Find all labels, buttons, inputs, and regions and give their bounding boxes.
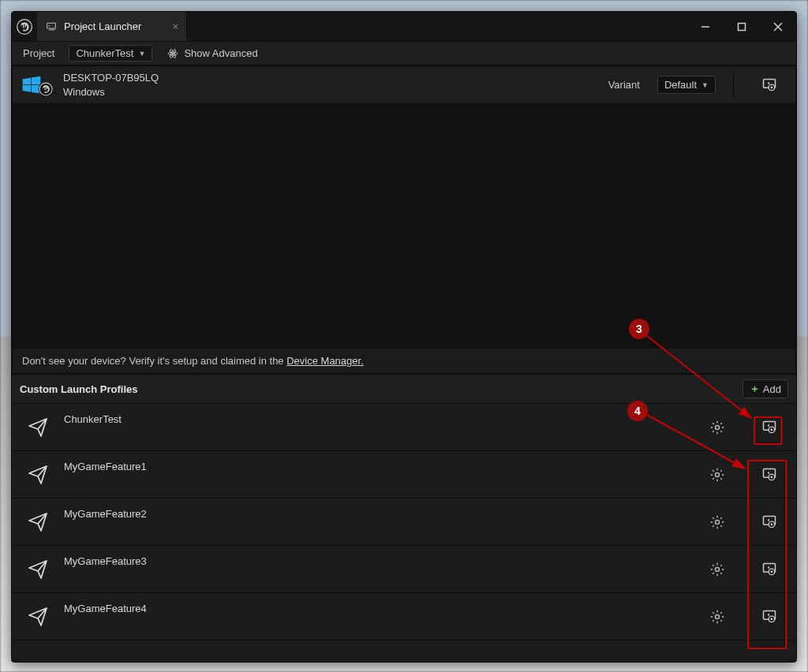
profile-row[interactable]: MyGameFeature4 <box>12 593 796 640</box>
paper-plane-icon <box>26 607 50 627</box>
profile-row[interactable]: ChunkerTest <box>12 404 796 451</box>
unreal-logo-icon <box>12 12 37 41</box>
profile-settings-button[interactable] <box>698 420 736 435</box>
profile-name: MyGameFeature1 <box>64 461 684 472</box>
profile-settings-button[interactable] <box>698 609 736 625</box>
project-launcher-window: Project Launcher × Project ChunkerTest ▼… <box>11 11 797 663</box>
profiles-header: Custom Launch Profiles ＋ Add <box>12 374 796 404</box>
profile-row[interactable]: MyGameFeature1 <box>12 451 796 498</box>
add-profile-button[interactable]: ＋ Add <box>743 379 788 398</box>
profile-row[interactable]: MyGameFeature2 <box>12 498 796 546</box>
controller-icon <box>45 21 58 33</box>
profile-name: MyGameFeature4 <box>64 603 684 614</box>
svg-point-24 <box>39 81 54 96</box>
device-manager-link[interactable]: Device Manager. <box>286 355 364 367</box>
profile-launch-button[interactable] <box>750 514 788 530</box>
profile-name: MyGameFeature2 <box>64 508 684 520</box>
device-launch-button[interactable] <box>751 77 787 93</box>
tab-title: Project Launcher <box>64 21 141 32</box>
close-tab-icon[interactable]: × <box>172 21 178 32</box>
toolbar: Project ChunkerTest ▼ Show Advanced <box>12 42 796 65</box>
paper-plane-icon <box>26 512 50 532</box>
profile-name: MyGameFeature3 <box>64 555 684 567</box>
profile-settings-button[interactable] <box>698 562 736 577</box>
device-list-empty <box>13 104 795 349</box>
chevron-down-icon: ▼ <box>138 50 145 58</box>
project-dropdown-value: ChunkerTest <box>76 47 133 59</box>
profile-launch-button[interactable] <box>750 562 788 577</box>
paper-plane-icon <box>26 465 50 485</box>
close-window-button[interactable] <box>760 12 796 41</box>
profile-settings-button[interactable] <box>698 467 736 483</box>
atom-icon <box>166 47 179 60</box>
show-advanced-button[interactable]: Show Advanced <box>166 47 257 60</box>
paper-plane-icon <box>26 559 50 580</box>
device-name: DESKTOP-07B95LQ <box>63 71 159 85</box>
show-advanced-label: Show Advanced <box>184 47 257 59</box>
plus-icon: ＋ <box>750 382 760 396</box>
profiles-list: ChunkerTest MyGameFeature1 MyGameFeature… <box>12 404 796 640</box>
profile-row[interactable]: MyGameFeature3 <box>12 546 796 593</box>
device-hint: Don't see your device? Verify it's setup… <box>13 349 795 373</box>
window-controls <box>687 12 796 41</box>
profile-settings-button[interactable] <box>698 514 736 530</box>
profile-launch-button[interactable] <box>750 609 788 625</box>
variant-value: Default <box>664 79 697 91</box>
hint-text: Don't see your device? Verify it's setup… <box>22 355 286 367</box>
device-os: Windows <box>63 85 159 99</box>
project-dropdown[interactable]: ChunkerTest ▼ <box>69 45 152 62</box>
device-panel: DESKTOP-07B95LQ Windows Variant Default … <box>12 65 796 374</box>
minimize-button[interactable] <box>687 12 724 41</box>
maximize-button[interactable] <box>724 12 760 41</box>
profile-launch-button[interactable] <box>750 420 788 435</box>
variant-dropdown[interactable]: Default ▼ <box>657 76 716 94</box>
paper-plane-icon <box>26 417 50 438</box>
profile-name: ChunkerTest <box>64 413 684 425</box>
svg-rect-21 <box>739 23 746 30</box>
variant-label: Variant <box>608 79 640 91</box>
chevron-down-icon: ▼ <box>701 81 709 89</box>
tab-project-launcher[interactable]: Project Launcher × <box>37 12 187 41</box>
unreal-small-icon <box>38 81 54 97</box>
titlebar: Project Launcher × <box>12 12 796 42</box>
add-label: Add <box>763 383 781 395</box>
profile-launch-button[interactable] <box>750 467 788 483</box>
profiles-title: Custom Launch Profiles <box>20 383 138 395</box>
device-row[interactable]: DESKTOP-07B95LQ Windows Variant Default … <box>13 66 795 104</box>
device-icons <box>21 73 54 97</box>
project-label: Project <box>23 47 54 59</box>
